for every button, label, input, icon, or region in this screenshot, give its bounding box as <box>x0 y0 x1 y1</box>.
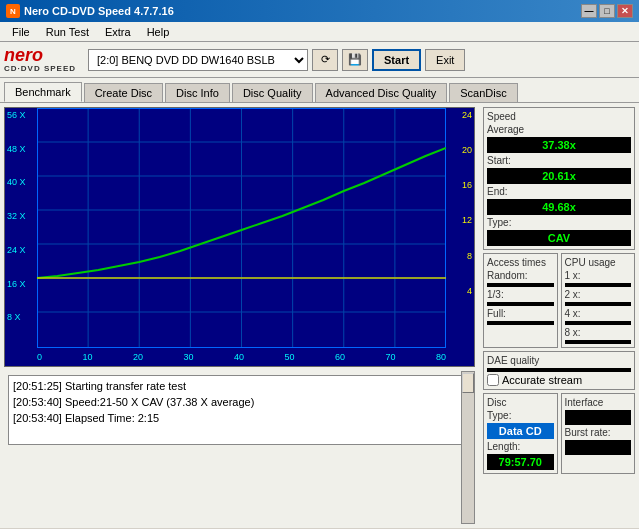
speed-section: Speed Average 37.38x Start: 20.61x End: … <box>483 107 635 250</box>
disc-type-label: Disc <box>487 397 554 408</box>
menu-help[interactable]: Help <box>139 24 178 40</box>
log-scrollbar[interactable] <box>461 371 475 524</box>
y2-label-20: 20 <box>448 145 472 155</box>
type-label: Type: <box>487 217 631 228</box>
stream-label: stream <box>548 374 582 386</box>
y-label-48: 48 X <box>7 144 35 154</box>
drive-select[interactable]: [2:0] BENQ DVD DD DW1640 BSLB <box>88 49 308 71</box>
menu-file[interactable]: File <box>4 24 38 40</box>
y-label-32: 32 X <box>7 211 35 221</box>
x-label-50: 50 <box>284 352 294 362</box>
log-line-2: [20:53:40] Speed:21-50 X CAV (37.38 X av… <box>13 394 454 410</box>
x-label-40: 40 <box>234 352 244 362</box>
x-label-80: 80 <box>436 352 446 362</box>
end-value: 49.68x <box>487 199 631 215</box>
cpu-4x-value <box>565 321 632 325</box>
interface-label: Interface <box>565 397 632 408</box>
interface-section: Interface Burst rate: <box>561 393 636 474</box>
tab-advanced-disc-quality[interactable]: Advanced Disc Quality <box>315 83 448 102</box>
dae-section: DAE quality Accurate stream <box>483 351 635 390</box>
y2-label-24: 24 <box>448 110 472 120</box>
tab-disc-info[interactable]: Disc Info <box>165 83 230 102</box>
length-value: 79:57.70 <box>487 454 554 470</box>
cpu-title: CPU usage <box>565 257 632 268</box>
maximize-button[interactable]: □ <box>599 4 615 18</box>
interface-value <box>565 410 632 425</box>
x-label-30: 30 <box>183 352 193 362</box>
y-label-56: 56 X <box>7 110 35 120</box>
access-title: Access times <box>487 257 554 268</box>
accurate-stream-checkbox[interactable] <box>487 374 499 386</box>
log-wrapper: [20:51:25] Starting transfer rate test [… <box>4 371 475 524</box>
app-icon: N <box>6 4 20 18</box>
y-label-24: 24 X <box>7 245 35 255</box>
cpu-2x-value <box>565 302 632 306</box>
cpu-usage-section: CPU usage 1 x: 2 x: 4 x: 8 x: <box>561 253 636 348</box>
accurate-stream-row: Accurate stream <box>487 374 631 386</box>
scrollbar-thumb[interactable] <box>462 373 474 393</box>
menu-extra[interactable]: Extra <box>97 24 139 40</box>
exit-button[interactable]: Exit <box>425 49 465 71</box>
nero-logo: nero CD·DVD SPEED <box>4 46 76 73</box>
start-value: 20.61x <box>487 168 631 184</box>
cpu-1x-label: 1 x: <box>565 270 632 281</box>
cpu-8x-value <box>565 340 632 344</box>
cpu-1x-value <box>565 283 632 287</box>
x-label-70: 70 <box>385 352 395 362</box>
right-panel: Speed Average 37.38x Start: 20.61x End: … <box>479 103 639 528</box>
refresh-button[interactable]: ⟳ <box>312 49 338 71</box>
y2-label-8: 8 <box>448 251 472 261</box>
dae-value <box>487 368 631 372</box>
burst-label: Burst rate: <box>565 427 632 438</box>
start-button[interactable]: Start <box>372 49 421 71</box>
burst-value <box>565 440 632 455</box>
x-label-10: 10 <box>82 352 92 362</box>
x-label-0: 0 <box>37 352 42 362</box>
y2-label-12: 12 <box>448 215 472 225</box>
length-label: Length: <box>487 441 554 452</box>
access-times-section: Access times Random: 1/3: Full: <box>483 253 558 348</box>
disc-type-value: Data CD <box>487 423 554 439</box>
chart-container: 56 X 48 X 40 X 32 X 24 X 16 X 8 X <box>4 107 475 367</box>
chart-svg <box>37 108 446 348</box>
end-label: End: <box>487 186 631 197</box>
log-line-1: [20:51:25] Starting transfer rate test <box>13 378 454 394</box>
tab-scandisc[interactable]: ScanDisc <box>449 83 517 102</box>
y-label-40: 40 X <box>7 177 35 187</box>
disc-interface-row: Disc Type: Data CD Length: 79:57.70 Inte… <box>483 393 635 474</box>
cpu-4x-label: 4 x: <box>565 308 632 319</box>
disc-section: Disc Type: Data CD Length: 79:57.70 <box>483 393 558 474</box>
x-label-60: 60 <box>335 352 345 362</box>
window-title: Nero CD-DVD Speed 4.7.7.16 <box>24 5 174 17</box>
toolbar: nero CD·DVD SPEED [2:0] BENQ DVD DD DW16… <box>0 42 639 78</box>
tab-disc-quality[interactable]: Disc Quality <box>232 83 313 102</box>
y2-label-4: 4 <box>448 286 472 296</box>
menu-run-test[interactable]: Run Test <box>38 24 97 40</box>
third-value <box>487 302 554 306</box>
menu-bar: File Run Test Extra Help <box>0 22 639 42</box>
full-label: Full: <box>487 308 554 319</box>
minimize-button[interactable]: — <box>581 4 597 18</box>
third-label: 1/3: <box>487 289 554 300</box>
log-area[interactable]: [20:51:25] Starting transfer rate test [… <box>8 375 471 445</box>
y2-label-16: 16 <box>448 180 472 190</box>
full-value <box>487 321 554 325</box>
accurate-label: Accurate <box>502 374 545 386</box>
y-label-8: 8 X <box>7 312 35 322</box>
tab-benchmark[interactable]: Benchmark <box>4 82 82 102</box>
close-button[interactable]: ✕ <box>617 4 633 18</box>
title-bar: N Nero CD-DVD Speed 4.7.7.16 — □ ✕ <box>0 0 639 22</box>
cpu-2x-label: 2 x: <box>565 289 632 300</box>
save-button[interactable]: 💾 <box>342 49 368 71</box>
x-label-20: 20 <box>133 352 143 362</box>
y-label-16: 16 X <box>7 279 35 289</box>
cpu-8x-label: 8 x: <box>565 327 632 338</box>
tab-create-disc[interactable]: Create Disc <box>84 83 163 102</box>
access-cpu-row: Access times Random: 1/3: Full: CPU usag… <box>483 253 635 348</box>
disc-type-sublabel: Type: <box>487 410 554 421</box>
dae-title: DAE quality <box>487 355 631 366</box>
speed-title: Speed <box>487 111 631 122</box>
random-value <box>487 283 554 287</box>
type-value: CAV <box>487 230 631 246</box>
start-label: Start: <box>487 155 631 166</box>
